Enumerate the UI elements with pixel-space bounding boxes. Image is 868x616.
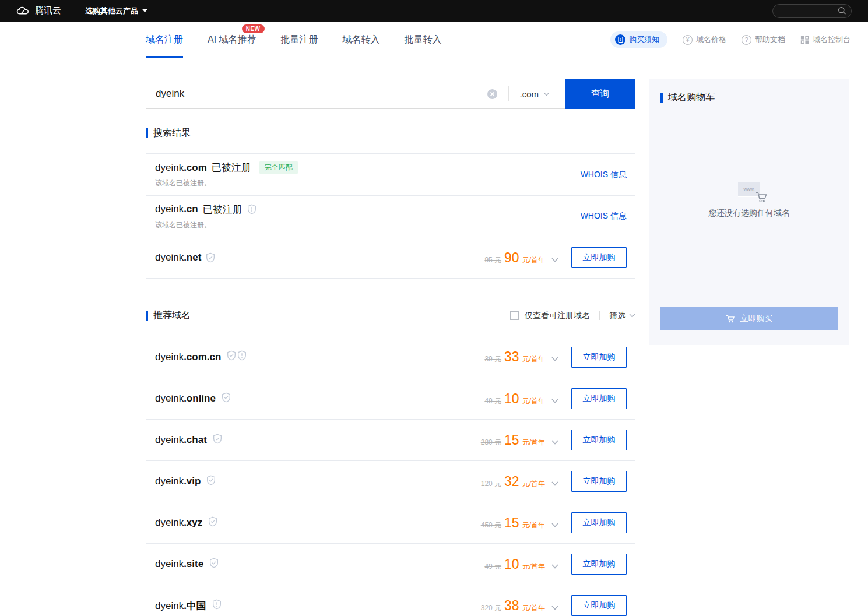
price-expand-chevron[interactable] <box>551 523 558 527</box>
domain-name: dyeink.net <box>155 252 201 263</box>
add-to-cart-button[interactable]: 立即加购 <box>571 554 627 575</box>
chevron-down-icon <box>629 314 635 318</box>
domain-name: dyeink.com.cn <box>155 351 221 363</box>
cart-title: 域名购物车 <box>660 91 838 104</box>
cloud-icon <box>16 6 30 16</box>
domain-price-link[interactable]: ¥ 域名价格 <box>683 34 726 45</box>
domain-name: dyeink.site <box>155 558 203 570</box>
purchase-notice-label: 购买须知 <box>629 34 659 45</box>
price-unit: 元/首年 <box>522 603 545 613</box>
original-price: 39 元 <box>484 354 501 364</box>
price-expand-chevron[interactable] <box>551 606 558 610</box>
question-icon: ? <box>742 35 751 45</box>
promo-price: 90 <box>504 250 519 266</box>
cart-title-text: 域名购物车 <box>668 91 715 104</box>
search-button[interactable]: 查询 <box>565 79 635 109</box>
add-to-cart-button[interactable]: 立即加购 <box>571 388 627 409</box>
price-expand-chevron[interactable] <box>551 440 558 445</box>
domain-name: dyeink.中国 <box>155 599 206 613</box>
chevron-down-icon <box>551 481 558 486</box>
price-expand-chevron[interactable] <box>551 357 558 361</box>
tld-selected-value: .com <box>519 89 539 99</box>
price-unit: 元/首年 <box>522 255 545 265</box>
domain-name: dyeink.vip <box>155 476 201 487</box>
whois-link[interactable]: WHOIS 信息 <box>581 170 627 180</box>
domain-console-link[interactable]: 域名控制台 <box>800 34 851 45</box>
recommended-row: dyeink.chat 280 元 15 元/首年 立即加购 <box>146 419 635 460</box>
purchase-notice-link[interactable]: 购买须知 <box>610 31 667 48</box>
shield-check-icon[interactable] <box>227 350 236 361</box>
tab-label: 域名注册 <box>146 34 183 46</box>
shield-check-icon[interactable] <box>206 475 216 485</box>
original-price: 320 元 <box>481 603 501 613</box>
domain-cart-panel: 域名购物车 www. 您还没有选购任何域名 立 <box>649 79 849 345</box>
price-cluster: 49 元 10 元/首年 <box>484 557 558 572</box>
add-to-cart-button[interactable]: 立即加购 <box>571 471 627 492</box>
tab-batch-register[interactable]: 批量注册 <box>281 22 318 58</box>
filter-select[interactable]: 筛选 <box>609 311 635 321</box>
divider <box>599 311 600 320</box>
tabs: 域名注册 AI 域名推荐 NEW 批量注册 域名转入 批量转入 <box>146 22 442 58</box>
main-column: .com 查询 搜索结果 dyeink.com 已被注册 完全匹配 <box>146 58 635 616</box>
price-cluster: 280 元 15 元/首年 <box>481 432 558 448</box>
recommended-title: 推荐域名 <box>146 309 191 322</box>
tab-domain-register[interactable]: 域名注册 <box>146 22 183 58</box>
topbar-search[interactable] <box>772 4 852 18</box>
topbar-search-input[interactable] <box>779 7 838 15</box>
only-registrable-checkbox[interactable] <box>510 311 519 320</box>
price-expand-chevron[interactable] <box>551 258 558 262</box>
topbar: 腾讯云 选购其他云产品 <box>0 0 868 22</box>
original-price: 95 元 <box>484 255 501 265</box>
document-icon <box>615 34 625 45</box>
shield-check-icon[interactable] <box>213 434 222 444</box>
domain-note: 该域名已被注册。 <box>155 178 581 188</box>
recommended-section-head: 推荐域名 仅查看可注册域名 筛选 <box>146 309 635 322</box>
only-registrable-label: 仅查看可注册域名 <box>525 311 590 321</box>
price-expand-chevron[interactable] <box>551 481 558 486</box>
shield-check-icon[interactable] <box>222 392 231 403</box>
tld-select[interactable]: .com <box>514 89 556 99</box>
add-to-cart-button[interactable]: 立即加购 <box>571 512 627 533</box>
add-to-cart-button[interactable]: 立即加购 <box>571 595 627 616</box>
domain-name: dyeink.cn <box>155 203 198 215</box>
promo-price: 15 <box>504 515 519 531</box>
shield-check-icon[interactable] <box>208 516 217 527</box>
accent-bar <box>660 93 663 103</box>
search-icon[interactable] <box>838 6 846 15</box>
price-expand-chevron[interactable] <box>551 399 558 403</box>
tab-domain-transfer-in[interactable]: 域名转入 <box>343 22 380 58</box>
buy-now-label: 立即购买 <box>740 314 773 324</box>
tencent-cloud-logo[interactable]: 腾讯云 <box>16 5 61 16</box>
tab-ai-domain-suggest[interactable]: AI 域名推荐 NEW <box>208 22 256 58</box>
accent-bar <box>146 311 148 321</box>
shield-exclamation-icon[interactable] <box>237 350 247 361</box>
help-docs-label: 帮助文档 <box>755 34 785 45</box>
shield-exclamation-icon[interactable] <box>212 599 222 610</box>
add-to-cart-button[interactable]: 立即加购 <box>571 430 627 450</box>
recommended-card: dyeink.com.cn 39 元 33 元/首年 立即加购 <box>146 336 635 616</box>
shield-check-icon[interactable] <box>209 558 219 568</box>
add-to-cart-button[interactable]: 立即加购 <box>571 247 627 268</box>
tab-label: 批量注册 <box>281 34 318 46</box>
other-products-menu[interactable]: 选购其他云产品 <box>85 6 147 16</box>
price-cluster: 320 元 38 元/首年 <box>481 598 558 614</box>
shield-check-icon[interactable] <box>206 252 215 263</box>
add-to-cart-button[interactable]: 立即加购 <box>571 347 627 368</box>
tab-label: AI 域名推荐 <box>208 34 256 46</box>
help-docs-link[interactable]: ? 帮助文档 <box>742 34 785 45</box>
buy-now-button[interactable]: 立即购买 <box>660 307 838 330</box>
price-unit: 元/首年 <box>522 562 545 572</box>
nav-right-links: 购买须知 ¥ 域名价格 ? 帮助文档 域名控制台 <box>610 31 851 48</box>
filter-area: 仅查看可注册域名 筛选 <box>510 311 635 321</box>
whois-link[interactable]: WHOIS 信息 <box>581 211 627 221</box>
cart-icon <box>755 192 768 203</box>
tab-batch-transfer-in[interactable]: 批量转入 <box>405 22 442 58</box>
price-unit: 元/首年 <box>522 396 545 406</box>
products-menu-label: 选购其他云产品 <box>85 6 138 16</box>
shield-exclamation-icon[interactable] <box>247 204 256 214</box>
price-expand-chevron[interactable] <box>551 564 558 569</box>
domain-search-input[interactable] <box>156 88 481 100</box>
clear-input-icon[interactable] <box>487 89 498 100</box>
promo-price: 32 <box>504 474 519 490</box>
domain-name: dyeink.com <box>155 162 207 174</box>
